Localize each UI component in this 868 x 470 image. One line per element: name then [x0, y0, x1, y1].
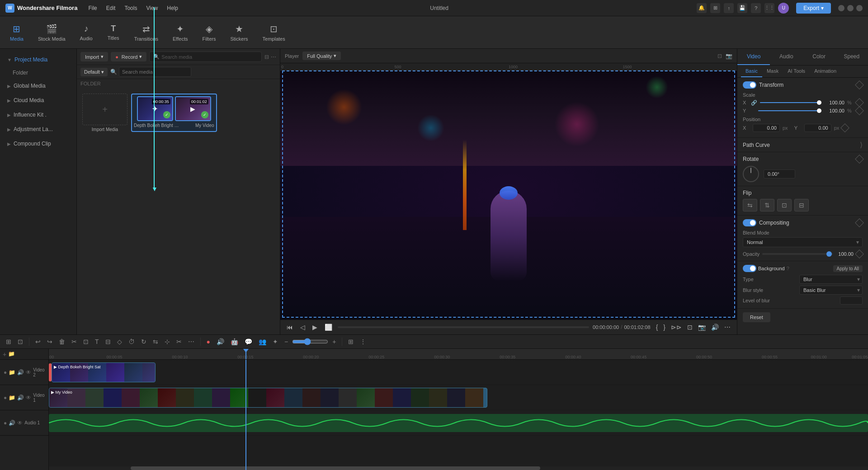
- mixer-button[interactable]: 🔊: [214, 337, 226, 347]
- close-button[interactable]: [856, 5, 863, 11]
- media-item-depth-bokeh[interactable]: ✦ 00:00:35 ✓ ▶ 00:01:02 ✓ Depth Bokeh: [131, 94, 217, 132]
- subtitle-button[interactable]: 💬: [242, 337, 255, 347]
- sidebar-item-global-media[interactable]: ▶ Global Media: [2, 79, 75, 93]
- toolbar-audio[interactable]: ♪ Audio: [74, 21, 99, 44]
- background-help-icon[interactable]: ?: [787, 266, 789, 271]
- rotate-keyframe[interactable]: [855, 155, 864, 164]
- fit-icon[interactable]: ⊡: [717, 53, 722, 59]
- sub-tab-ai-tools[interactable]: AI Tools: [783, 66, 810, 77]
- type-select[interactable]: Blur Color Image: [799, 275, 863, 284]
- text-button[interactable]: T: [93, 337, 101, 347]
- path-curve-toggle[interactable]: ⟩: [860, 141, 863, 149]
- zoom-out-button[interactable]: −: [282, 337, 290, 347]
- crop-button[interactable]: ⊟: [103, 337, 113, 347]
- audio1-eye-icon[interactable]: 👁: [17, 420, 23, 426]
- flip-option3[interactable]: ⊡: [777, 199, 792, 212]
- media-thumb-my-video[interactable]: ▶ 00:01:02 ✓: [175, 96, 211, 121]
- add-track-button[interactable]: ⊞: [4, 337, 14, 347]
- maximize-button[interactable]: [847, 5, 854, 11]
- tab-audio[interactable]: Audio: [770, 49, 802, 65]
- flip-timeline-button[interactable]: ⇆: [151, 337, 160, 347]
- grid-view-button[interactable]: ⊞: [346, 337, 356, 347]
- rotate-dial[interactable]: [743, 166, 759, 182]
- minimize-button[interactable]: [838, 5, 844, 11]
- audio1-record-icon[interactable]: ●: [4, 420, 7, 426]
- toolbar-transitions[interactable]: ⇄ Transitions: [128, 21, 165, 44]
- preview-progress-bar[interactable]: [338, 326, 589, 328]
- import-media-item[interactable]: + Import Media: [82, 94, 127, 132]
- more-tl-button[interactable]: ⋯: [186, 337, 197, 347]
- add-track-icon[interactable]: +: [3, 351, 6, 358]
- share-icon[interactable]: ↑: [724, 3, 734, 13]
- media-thumb-depth-bokeh[interactable]: ✦ 00:00:35 ✓: [137, 96, 173, 121]
- zoom-in-button[interactable]: +: [330, 337, 338, 347]
- apply-to-all-button[interactable]: Apply to All: [833, 265, 863, 272]
- settings-icon[interactable]: ⊞: [710, 3, 720, 13]
- flip-horizontal-button[interactable]: ⇆: [743, 199, 757, 212]
- blend-mode-select[interactable]: Normal Dissolve Darken Multiply Screen O…: [743, 237, 863, 247]
- flip-option4[interactable]: ⊟: [794, 199, 809, 212]
- scale-y-slider[interactable]: [758, 110, 819, 111]
- transform-timeline-button[interactable]: ⊹: [162, 337, 172, 347]
- insert-button[interactable]: ⊳⊳: [669, 323, 684, 332]
- zoom-slider[interactable]: [292, 338, 328, 345]
- skip-back-button[interactable]: ⏮: [285, 323, 295, 332]
- transform-toggle[interactable]: [743, 81, 756, 89]
- blur-style-select[interactable]: Basic Blur Gaussian Blur: [799, 286, 863, 295]
- level-input[interactable]: [840, 296, 863, 305]
- menu-tools[interactable]: Tools: [121, 3, 141, 13]
- export-button[interactable]: Export ▾: [796, 3, 831, 14]
- pos-y-input[interactable]: [804, 124, 831, 132]
- scale-y-keyframe[interactable]: [855, 106, 864, 115]
- delete-button[interactable]: 🗑: [57, 337, 67, 347]
- lock-icon[interactable]: 🔗: [751, 100, 757, 106]
- menu-help[interactable]: Help: [163, 3, 182, 13]
- sidebar-item-cloud-media[interactable]: ▶ Cloud Media: [2, 94, 75, 107]
- split-button[interactable]: ✂: [174, 337, 184, 347]
- frame-back-button[interactable]: ◁: [298, 323, 307, 332]
- rotate-timeline-button[interactable]: ↻: [139, 337, 149, 347]
- opacity-slider[interactable]: [762, 253, 833, 255]
- sub-tab-animation[interactable]: Animation: [810, 66, 841, 77]
- menu-file[interactable]: File: [85, 3, 100, 13]
- compositing-toggle[interactable]: [743, 219, 756, 226]
- tab-video[interactable]: Video: [737, 49, 770, 65]
- cut-button[interactable]: ✂: [69, 337, 79, 347]
- copy-button[interactable]: ⊡: [81, 337, 91, 347]
- clip-depth-bokeh[interactable]: ▶ Depth Bokeh Bright Sat: [52, 362, 156, 382]
- record-button[interactable]: ● Record ▾: [111, 52, 146, 61]
- in-point-button[interactable]: {: [654, 323, 660, 332]
- sidebar-item-project-media[interactable]: ▼ Project Media: [2, 53, 75, 66]
- notification-icon[interactable]: 🔔: [697, 3, 707, 13]
- scrollbar-thumb[interactable]: [131, 466, 540, 470]
- stop-button[interactable]: ⬜: [323, 323, 334, 332]
- audio-mix-button[interactable]: 🔊: [709, 323, 721, 332]
- pos-x-input[interactable]: [753, 124, 780, 132]
- sidebar-item-influence-kit[interactable]: ▶ Influence Kit .: [2, 108, 75, 122]
- more-options-icon[interactable]: ⋯: [271, 54, 276, 60]
- background-toggle[interactable]: [743, 265, 756, 272]
- video2-volume-icon[interactable]: 🔊: [17, 369, 24, 376]
- toolbar-media[interactable]: ⊞ Media: [4, 21, 30, 44]
- filter-icon[interactable]: ⊟: [264, 54, 269, 60]
- keyframe-button[interactable]: ◇: [115, 337, 124, 347]
- collab-button[interactable]: 👥: [256, 337, 269, 347]
- reset-button[interactable]: Reset: [743, 312, 770, 322]
- sidebar-item-compound-clip[interactable]: ▶ Compound Clip: [2, 137, 75, 150]
- clip-my-video[interactable]: ▶ My Video: [49, 388, 487, 408]
- out-point-button[interactable]: }: [661, 323, 667, 332]
- undo-button[interactable]: ↩: [33, 337, 43, 347]
- media-search-input[interactable]: [119, 67, 191, 77]
- user-avatar[interactable]: U: [778, 3, 789, 14]
- video1-record-icon[interactable]: ●: [4, 395, 7, 401]
- save-icon[interactable]: 💾: [737, 3, 747, 13]
- opacity-keyframe[interactable]: [855, 249, 864, 258]
- timeline-scrollbar[interactable]: [49, 466, 868, 470]
- import-media-box[interactable]: +: [82, 94, 127, 125]
- menu-view[interactable]: View: [142, 3, 161, 13]
- transform-keyframe[interactable]: [855, 80, 864, 89]
- video2-record-icon[interactable]: ●: [4, 369, 7, 376]
- video1-volume-icon[interactable]: 🔊: [17, 395, 24, 401]
- rotate-value-input[interactable]: [764, 169, 795, 179]
- compositing-keyframe[interactable]: [855, 218, 864, 227]
